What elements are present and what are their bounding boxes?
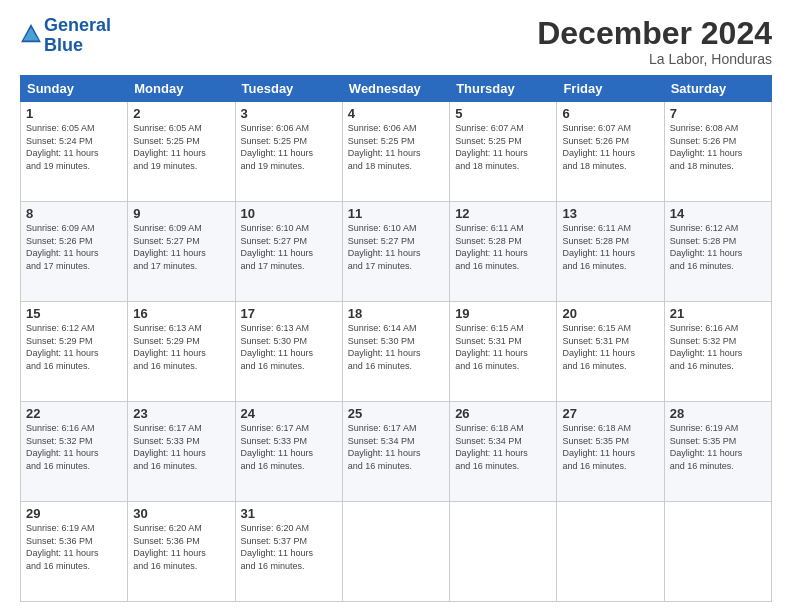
day-cell-30: 30Sunrise: 6:20 AM Sunset: 5:36 PM Dayli… (128, 502, 235, 602)
day-number: 14 (670, 206, 766, 221)
empty-cell (342, 502, 449, 602)
day-number: 24 (241, 406, 337, 421)
day-info: Sunrise: 6:14 AM Sunset: 5:30 PM Dayligh… (348, 322, 444, 372)
logo: General Blue (20, 16, 111, 56)
day-info: Sunrise: 6:13 AM Sunset: 5:30 PM Dayligh… (241, 322, 337, 372)
col-header-thursday: Thursday (450, 76, 557, 102)
day-number: 1 (26, 106, 122, 121)
day-cell-9: 9Sunrise: 6:09 AM Sunset: 5:27 PM Daylig… (128, 202, 235, 302)
day-cell-25: 25Sunrise: 6:17 AM Sunset: 5:34 PM Dayli… (342, 402, 449, 502)
day-number: 6 (562, 106, 658, 121)
day-number: 21 (670, 306, 766, 321)
day-number: 4 (348, 106, 444, 121)
day-cell-17: 17Sunrise: 6:13 AM Sunset: 5:30 PM Dayli… (235, 302, 342, 402)
calendar-table: SundayMondayTuesdayWednesdayThursdayFrid… (20, 75, 772, 602)
day-info: Sunrise: 6:08 AM Sunset: 5:26 PM Dayligh… (670, 122, 766, 172)
day-number: 17 (241, 306, 337, 321)
day-info: Sunrise: 6:06 AM Sunset: 5:25 PM Dayligh… (241, 122, 337, 172)
day-cell-26: 26Sunrise: 6:18 AM Sunset: 5:34 PM Dayli… (450, 402, 557, 502)
day-cell-16: 16Sunrise: 6:13 AM Sunset: 5:29 PM Dayli… (128, 302, 235, 402)
day-number: 5 (455, 106, 551, 121)
day-info: Sunrise: 6:11 AM Sunset: 5:28 PM Dayligh… (455, 222, 551, 272)
day-cell-20: 20Sunrise: 6:15 AM Sunset: 5:31 PM Dayli… (557, 302, 664, 402)
empty-cell (557, 502, 664, 602)
day-number: 18 (348, 306, 444, 321)
day-info: Sunrise: 6:17 AM Sunset: 5:34 PM Dayligh… (348, 422, 444, 472)
day-number: 29 (26, 506, 122, 521)
day-number: 10 (241, 206, 337, 221)
day-info: Sunrise: 6:16 AM Sunset: 5:32 PM Dayligh… (670, 322, 766, 372)
col-header-wednesday: Wednesday (342, 76, 449, 102)
day-cell-18: 18Sunrise: 6:14 AM Sunset: 5:30 PM Dayli… (342, 302, 449, 402)
day-cell-3: 3Sunrise: 6:06 AM Sunset: 5:25 PM Daylig… (235, 102, 342, 202)
day-info: Sunrise: 6:10 AM Sunset: 5:27 PM Dayligh… (241, 222, 337, 272)
week-row-1: 1Sunrise: 6:05 AM Sunset: 5:24 PM Daylig… (21, 102, 772, 202)
day-cell-12: 12Sunrise: 6:11 AM Sunset: 5:28 PM Dayli… (450, 202, 557, 302)
day-info: Sunrise: 6:20 AM Sunset: 5:37 PM Dayligh… (241, 522, 337, 572)
day-number: 30 (133, 506, 229, 521)
day-info: Sunrise: 6:05 AM Sunset: 5:24 PM Dayligh… (26, 122, 122, 172)
day-number: 23 (133, 406, 229, 421)
week-row-5: 29Sunrise: 6:19 AM Sunset: 5:36 PM Dayli… (21, 502, 772, 602)
day-cell-8: 8Sunrise: 6:09 AM Sunset: 5:26 PM Daylig… (21, 202, 128, 302)
day-info: Sunrise: 6:15 AM Sunset: 5:31 PM Dayligh… (562, 322, 658, 372)
col-header-monday: Monday (128, 76, 235, 102)
day-number: 3 (241, 106, 337, 121)
day-number: 15 (26, 306, 122, 321)
empty-cell (450, 502, 557, 602)
day-cell-28: 28Sunrise: 6:19 AM Sunset: 5:35 PM Dayli… (664, 402, 771, 502)
day-info: Sunrise: 6:19 AM Sunset: 5:35 PM Dayligh… (670, 422, 766, 472)
week-row-2: 8Sunrise: 6:09 AM Sunset: 5:26 PM Daylig… (21, 202, 772, 302)
day-cell-2: 2Sunrise: 6:05 AM Sunset: 5:25 PM Daylig… (128, 102, 235, 202)
day-info: Sunrise: 6:18 AM Sunset: 5:34 PM Dayligh… (455, 422, 551, 472)
day-number: 26 (455, 406, 551, 421)
day-cell-22: 22Sunrise: 6:16 AM Sunset: 5:32 PM Dayli… (21, 402, 128, 502)
logo-text: General Blue (44, 16, 111, 56)
day-number: 8 (26, 206, 122, 221)
day-number: 28 (670, 406, 766, 421)
day-number: 19 (455, 306, 551, 321)
day-cell-15: 15Sunrise: 6:12 AM Sunset: 5:29 PM Dayli… (21, 302, 128, 402)
day-number: 2 (133, 106, 229, 121)
day-cell-31: 31Sunrise: 6:20 AM Sunset: 5:37 PM Dayli… (235, 502, 342, 602)
logo-icon (20, 23, 42, 45)
day-info: Sunrise: 6:09 AM Sunset: 5:26 PM Dayligh… (26, 222, 122, 272)
day-cell-6: 6Sunrise: 6:07 AM Sunset: 5:26 PM Daylig… (557, 102, 664, 202)
day-info: Sunrise: 6:18 AM Sunset: 5:35 PM Dayligh… (562, 422, 658, 472)
day-cell-10: 10Sunrise: 6:10 AM Sunset: 5:27 PM Dayli… (235, 202, 342, 302)
col-header-saturday: Saturday (664, 76, 771, 102)
day-info: Sunrise: 6:07 AM Sunset: 5:25 PM Dayligh… (455, 122, 551, 172)
subtitle: La Labor, Honduras (537, 51, 772, 67)
page: General Blue December 2024 La Labor, Hon… (0, 0, 792, 612)
day-number: 12 (455, 206, 551, 221)
day-cell-23: 23Sunrise: 6:17 AM Sunset: 5:33 PM Dayli… (128, 402, 235, 502)
day-cell-19: 19Sunrise: 6:15 AM Sunset: 5:31 PM Dayli… (450, 302, 557, 402)
day-info: Sunrise: 6:07 AM Sunset: 5:26 PM Dayligh… (562, 122, 658, 172)
day-info: Sunrise: 6:20 AM Sunset: 5:36 PM Dayligh… (133, 522, 229, 572)
day-info: Sunrise: 6:11 AM Sunset: 5:28 PM Dayligh… (562, 222, 658, 272)
day-number: 27 (562, 406, 658, 421)
day-info: Sunrise: 6:12 AM Sunset: 5:29 PM Dayligh… (26, 322, 122, 372)
day-info: Sunrise: 6:12 AM Sunset: 5:28 PM Dayligh… (670, 222, 766, 272)
day-number: 20 (562, 306, 658, 321)
day-info: Sunrise: 6:09 AM Sunset: 5:27 PM Dayligh… (133, 222, 229, 272)
day-number: 13 (562, 206, 658, 221)
day-info: Sunrise: 6:10 AM Sunset: 5:27 PM Dayligh… (348, 222, 444, 272)
month-title: December 2024 (537, 16, 772, 51)
day-number: 31 (241, 506, 337, 521)
day-info: Sunrise: 6:06 AM Sunset: 5:25 PM Dayligh… (348, 122, 444, 172)
day-cell-27: 27Sunrise: 6:18 AM Sunset: 5:35 PM Dayli… (557, 402, 664, 502)
day-cell-13: 13Sunrise: 6:11 AM Sunset: 5:28 PM Dayli… (557, 202, 664, 302)
title-block: December 2024 La Labor, Honduras (537, 16, 772, 67)
day-cell-24: 24Sunrise: 6:17 AM Sunset: 5:33 PM Dayli… (235, 402, 342, 502)
day-info: Sunrise: 6:13 AM Sunset: 5:29 PM Dayligh… (133, 322, 229, 372)
header: General Blue December 2024 La Labor, Hon… (20, 16, 772, 67)
col-header-sunday: Sunday (21, 76, 128, 102)
day-cell-1: 1Sunrise: 6:05 AM Sunset: 5:24 PM Daylig… (21, 102, 128, 202)
day-info: Sunrise: 6:17 AM Sunset: 5:33 PM Dayligh… (241, 422, 337, 472)
day-number: 25 (348, 406, 444, 421)
day-cell-29: 29Sunrise: 6:19 AM Sunset: 5:36 PM Dayli… (21, 502, 128, 602)
week-row-3: 15Sunrise: 6:12 AM Sunset: 5:29 PM Dayli… (21, 302, 772, 402)
day-number: 9 (133, 206, 229, 221)
col-header-tuesday: Tuesday (235, 76, 342, 102)
